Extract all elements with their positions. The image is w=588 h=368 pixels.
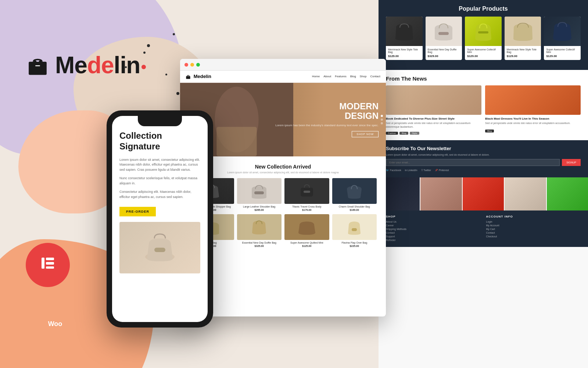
hero-shop-now-button[interactable]: SHOP NOW [352, 131, 379, 137]
popular-products-section: Popular Products Merrimack New Style Tot… [379, 0, 588, 70]
news-tag-blog: Blog [399, 132, 408, 135]
product-item-8: Flavina Flap Over Bag $225.00 [332, 214, 377, 247]
phone-para-3: Consectetur adipiscing elit. Maecenas ni… [119, 190, 200, 199]
product-thumb-2 [237, 178, 282, 204]
social-links: 🐦 Facebook in LinkedIn 𝕋 Twitter 📌 Pinte… [386, 169, 581, 172]
dot-inactive-2[interactable] [381, 122, 383, 124]
svg-rect-0 [29, 61, 47, 75]
svg-rect-10 [186, 76, 190, 79]
footer-link-contact-2[interactable]: Contact [486, 231, 581, 234]
footer-link-about[interactable]: About Us [386, 220, 481, 223]
product-name-4: Charm Small Shoulder Bag [332, 205, 377, 208]
footer-link-login[interactable]: Login [486, 220, 581, 223]
svg-rect-6 [46, 262, 54, 265]
news-tag-style: Style [410, 132, 419, 135]
hero-title: MODERN DESIGN [275, 102, 379, 121]
social-pinterest[interactable]: 📌 Pinterest [435, 169, 449, 172]
footer-link-my-account[interactable]: My Account [486, 224, 581, 227]
products-grid-row2: Tote Bag $129.00 Essential New Day Duffl… [186, 214, 380, 247]
logo-text: Medelin [55, 52, 146, 79]
popular-product-name-3: Super Awesome Collectif Mini [467, 48, 499, 53]
insta-4 [505, 177, 546, 210]
browser-minimize[interactable] [190, 63, 194, 67]
logo-bag-icon [26, 53, 50, 77]
news-tag-fashion: Fashion [386, 132, 398, 135]
product-thumb-8 [332, 214, 377, 240]
browser-close[interactable] [184, 63, 188, 67]
popular-product-info-4: Merrimack New Style Tote Bag $129.00 [505, 46, 541, 60]
product-price-6: $325.00 [237, 245, 282, 247]
svg-point-2 [39, 60, 42, 63]
product-thumb-7 [284, 214, 329, 240]
footer-link-career[interactable]: Career [386, 224, 481, 227]
popular-product-5: Super Awesome Collectif Mini $129.00 [544, 17, 581, 60]
phone-notch [138, 116, 182, 126]
dot-inactive-1[interactable] [381, 118, 383, 121]
popular-product-info-2: Essential New Day Duffle Bag $329.00 [426, 46, 462, 60]
news-grid: Book Dedicated To Diverse Plus-Size Stre… [386, 85, 581, 135]
popular-product-info-5: Super Awesome Collectif Mini $129.00 [544, 46, 581, 60]
woo-label: Woo [48, 320, 62, 328]
phone-para-2: Nunc consectetur scelerisque felis, et v… [119, 176, 200, 186]
popular-product-price-4: $129.00 [507, 54, 539, 58]
newsletter-signup-button[interactable]: SIGNUP [562, 159, 581, 166]
news-tags-1: Fashion Blog Style [386, 130, 481, 135]
dot-active[interactable] [381, 115, 383, 117]
footer-link-my-cart[interactable]: My Cart [486, 228, 581, 230]
footer-account-title: ACCOUNT INFO [486, 215, 581, 218]
footer-link-refinder[interactable]: Refinder [386, 239, 481, 241]
logo-lin: lin [114, 52, 140, 78]
insta-5 [547, 177, 588, 210]
popular-product-name-4: Merrimack New Style Tote Bag [507, 48, 539, 53]
popular-product-img-2 [426, 17, 462, 46]
elementor-icon [39, 254, 57, 276]
page-content: Medelin Woo Collection Signature Lorem i… [0, 0, 588, 368]
footer-link-contact[interactable]: Contact [386, 231, 481, 234]
footer-link-checkout[interactable]: Checkout [486, 235, 581, 238]
nav-shop[interactable]: Shop [360, 75, 367, 78]
handbag-illustration [141, 231, 178, 264]
hero-text: MODERN DESIGN Lorem ipsum has been the i… [275, 102, 379, 138]
logo-area: Medelin [26, 52, 146, 79]
product-thumb-3 [284, 178, 329, 204]
phone-heading: Collection Signature [119, 131, 200, 152]
news-section-title: From The News [386, 75, 581, 82]
nav-features[interactable]: Features [335, 75, 347, 78]
product-price-8: $225.00 [332, 245, 377, 247]
social-linkedin[interactable]: in LinkedIn [405, 169, 417, 172]
nav-home[interactable]: Home [312, 75, 320, 78]
newsletter-email-input[interactable] [386, 159, 560, 166]
newsletter-section: Subscribe To Our Newsletter Lorem ipsum … [379, 140, 588, 177]
svg-rect-3 [35, 65, 40, 66]
svg-rect-17 [352, 228, 357, 231]
product-item-6: Essential New Day Duffle Bag $325.00 [237, 214, 282, 247]
popular-products-title: Popular Products [386, 6, 581, 12]
product-name-6: Essential New Day Duffle Bag [237, 241, 282, 244]
nav-contact[interactable]: Contact [370, 75, 380, 78]
popular-product-img-4 [505, 17, 541, 46]
footer-link-support[interactable]: Support [386, 235, 481, 238]
product-item-2: Large Leather Shoulder Bag $265.00 [237, 178, 282, 211]
website-logo: Medelin [186, 74, 211, 79]
popular-products-grid: Merrimack New Style Tote Bag $129.00 Ess… [386, 17, 581, 60]
nav-blog[interactable]: Blog [350, 75, 356, 78]
footer-link-shipping[interactable]: Shipping Methods [386, 228, 481, 230]
website-nav: Medelin Home About Features Blog Shop Co… [180, 71, 386, 83]
nav-about[interactable]: About [323, 75, 331, 78]
svg-rect-7 [46, 266, 54, 269]
svg-rect-4 [42, 258, 44, 269]
social-twitter[interactable]: 𝕋 Twitter [421, 169, 431, 172]
browser-maximize[interactable] [196, 63, 200, 67]
news-title-2: Black Maxi Dresses You'll Live In This S… [485, 117, 581, 120]
popular-product-name-5: Super Awesome Collectif Mini [546, 48, 578, 53]
products-grid: New Model Medium Shopper Bag $249.00 Lar… [186, 178, 380, 211]
popular-product-2: Essential New Day Duffle Bag $329.00 [426, 17, 462, 60]
social-facebook[interactable]: 🐦 Facebook [386, 169, 401, 172]
logo-me: Me [55, 52, 87, 78]
phone-content: Collection Signature Lorem ipsum dolor s… [112, 116, 208, 281]
product-item-4: Charm Small Shoulder Bag $169.00 [332, 178, 377, 211]
product-name-7: Super Awesome Quilted Mini [284, 241, 329, 244]
product-thumb-4 [332, 178, 377, 204]
insta-2 [420, 177, 462, 210]
phone-preorder-button[interactable]: PRE-ORDER [119, 207, 156, 216]
